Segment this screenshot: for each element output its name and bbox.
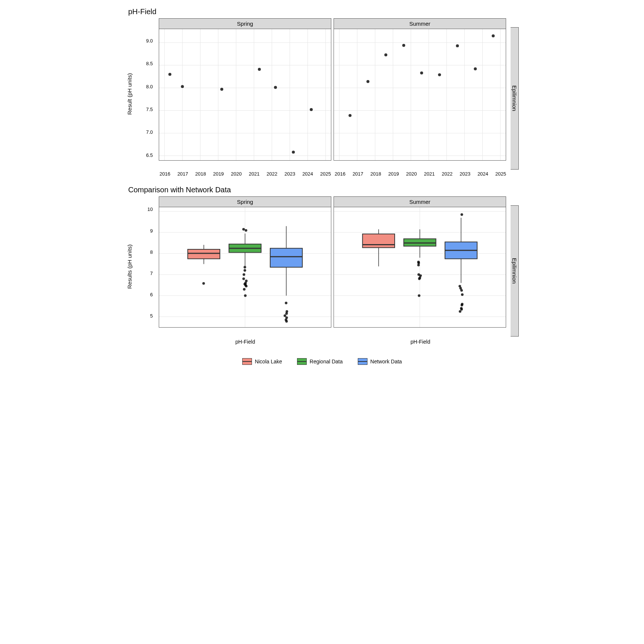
svg-point-52: [474, 67, 477, 70]
svg-text:7: 7: [150, 271, 153, 276]
svg-point-88: [244, 294, 247, 297]
svg-point-122: [418, 294, 420, 297]
svg-point-95: [285, 312, 288, 315]
svg-point-77: [245, 229, 247, 232]
bottom-y-axis-label: Results (pH units): [125, 196, 133, 337]
svg-point-131: [461, 293, 464, 296]
facet-strip: Summer: [334, 19, 506, 29]
legend-swatch: [297, 358, 307, 365]
svg-point-96: [284, 314, 286, 317]
svg-point-93: [285, 302, 287, 304]
svg-rect-109: [363, 234, 395, 248]
top-y-tick-labels: 6.57.07.58.08.59.0: [138, 18, 154, 170]
svg-point-76: [242, 228, 245, 231]
top-chart-title: pH-Field: [128, 7, 519, 16]
svg-text:8.5: 8.5: [146, 61, 153, 66]
svg-point-71: [202, 282, 205, 285]
top-facet-spring: Spring: [159, 18, 331, 161]
svg-point-27: [292, 151, 295, 154]
legend-item: Network Data: [358, 358, 402, 365]
svg-text:5: 5: [150, 313, 153, 319]
svg-point-133: [461, 304, 463, 306]
top-x-axis: 2016201720182019202020212022202320242025…: [159, 170, 507, 177]
svg-point-78: [243, 266, 246, 269]
bottom-facet-spring: Spring: [159, 196, 331, 328]
svg-point-23: [181, 85, 184, 88]
legend-swatch: [358, 358, 367, 365]
chart-page: pH-Field Result (pH units) 6.57.07.58.08…: [118, 0, 526, 380]
svg-text:9.0: 9.0: [146, 38, 153, 44]
svg-point-86: [245, 285, 247, 287]
svg-point-117: [417, 264, 420, 266]
svg-text:6.5: 6.5: [146, 152, 153, 158]
svg-point-121: [418, 278, 421, 280]
svg-rect-91: [270, 248, 302, 267]
bottom-facet-summer: Summer: [334, 196, 506, 328]
top-chart-row: Result (pH units) 6.57.07.58.08.59.0 Spr…: [125, 18, 519, 170]
legend-label: Regional Data: [310, 359, 343, 364]
svg-point-50: [438, 73, 441, 76]
top-xaxis-row: 2016201720182019202020212022202320242025…: [125, 170, 519, 177]
svg-point-51: [456, 44, 459, 47]
top-facet-summer: Summer: [334, 18, 506, 161]
svg-point-127: [461, 213, 463, 216]
svg-point-49: [420, 72, 423, 75]
svg-point-46: [366, 80, 369, 83]
svg-text:8: 8: [150, 249, 153, 255]
svg-text:8.0: 8.0: [146, 84, 153, 89]
legend-label: Nicola Lake: [255, 359, 282, 364]
top-facets: SpringSummer: [159, 18, 506, 170]
bottom-facets: SpringSummer: [159, 196, 506, 337]
svg-point-53: [492, 34, 495, 37]
bottom-x-axis: pH-FieldpH-Field: [159, 337, 507, 345]
bottom-xaxis-row: pH-FieldpH-Field: [125, 337, 519, 345]
svg-point-45: [348, 114, 351, 117]
svg-point-48: [402, 44, 405, 47]
legend: Nicola LakeRegional DataNetwork Data: [125, 358, 519, 365]
legend-label: Network Data: [370, 359, 402, 364]
svg-text:6: 6: [150, 292, 153, 297]
svg-point-130: [460, 289, 463, 292]
svg-text:7.0: 7.0: [146, 129, 153, 135]
svg-point-87: [243, 288, 246, 291]
legend-item: Regional Data: [297, 358, 343, 365]
svg-point-135: [460, 308, 463, 311]
bottom-y-tick-labels: 5678910: [138, 196, 154, 337]
svg-text:7.5: 7.5: [146, 107, 153, 112]
legend-swatch: [242, 358, 252, 365]
svg-point-136: [459, 310, 461, 313]
svg-point-47: [384, 53, 387, 56]
facet-strip: Summer: [334, 197, 506, 207]
svg-point-28: [310, 108, 313, 111]
svg-text:9: 9: [150, 228, 153, 234]
svg-rect-69: [188, 249, 220, 259]
svg-point-24: [220, 88, 223, 91]
top-strip-right: Epilimnion: [511, 27, 519, 170]
facet-strip: Spring: [159, 19, 331, 29]
svg-point-99: [285, 320, 288, 323]
top-y-axis-label: Result (pH units): [125, 18, 133, 170]
svg-point-22: [168, 73, 171, 76]
svg-point-79: [243, 269, 246, 272]
svg-point-25: [258, 68, 261, 71]
bottom-strip-right: Epilimnion: [511, 205, 519, 337]
svg-point-81: [242, 278, 245, 280]
svg-text:10: 10: [148, 206, 153, 212]
bottom-chart-title: Comparison with Network Data: [128, 186, 519, 194]
legend-item: Nicola Lake: [242, 358, 282, 365]
svg-point-80: [243, 273, 245, 276]
bottom-chart-row: Results (pH units) 5678910 SpringSummer …: [125, 196, 519, 337]
facet-strip: Spring: [159, 197, 331, 207]
svg-point-26: [274, 86, 277, 89]
